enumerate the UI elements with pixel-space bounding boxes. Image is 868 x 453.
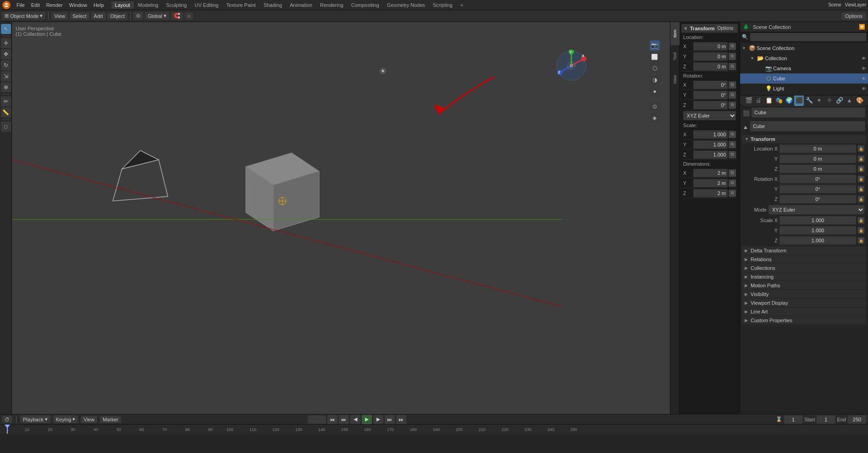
prop-physics-icon-btn[interactable]: ⚛ — [824, 95, 834, 106]
prop-world-icon-btn[interactable]: 🌍 — [784, 95, 794, 106]
dimensions-z-value[interactable]: 2 m — [693, 189, 728, 197]
prop-rot-x-input[interactable] — [780, 175, 856, 183]
tl-view-btn[interactable]: View — [81, 416, 97, 423]
n-panel-tab-tool[interactable]: Tool — [670, 45, 680, 68]
workspace-tab-rendering[interactable]: Rendering — [316, 1, 347, 9]
camera-eye-icon[interactable]: 👁 — [862, 66, 866, 71]
workspace-tab-shading[interactable]: Shading — [260, 1, 286, 9]
cube-eye-icon[interactable]: 👁 — [862, 76, 866, 81]
rotation-z-value[interactable]: 0° — [693, 101, 728, 109]
menu-window[interactable]: Window — [66, 1, 90, 9]
rotation-z-copy-btn[interactable]: ⧉ — [729, 101, 736, 109]
transform-options-btn[interactable]: Options — [715, 25, 736, 31]
location-y-value[interactable]: 0 m — [693, 52, 728, 61]
timeline-track[interactable]: 1 10 20 30 40 50 60 70 80 90 100 110 120… — [0, 425, 868, 453]
workspace-tab-modeling[interactable]: Modeling — [134, 1, 162, 9]
snap-btn[interactable]: 🧲 — [171, 12, 183, 20]
current-frame-input[interactable] — [784, 415, 802, 424]
prop-loc-x-lock-btn[interactable]: 🔒 — [858, 145, 864, 152]
prop-rot-mode-select[interactable]: XYZ Euler — [768, 205, 864, 214]
n-panel-tab-view[interactable]: View — [670, 68, 680, 91]
workspace-tab-animation[interactable]: Animation — [286, 1, 316, 9]
prop-loc-z-lock-btn[interactable]: 🔒 — [858, 166, 864, 172]
rotation-x-value[interactable]: 0° — [693, 81, 728, 89]
prop-constraints-icon-btn[interactable]: 🔗 — [835, 95, 844, 106]
scale-z-copy-btn[interactable]: ⧉ — [729, 151, 736, 158]
scale-y-copy-btn[interactable]: ⧉ — [729, 141, 736, 148]
workspace-tab-scripting[interactable]: Scripting — [429, 1, 456, 9]
custom-properties-header[interactable]: ▶ Custom Properties — [742, 316, 866, 324]
move-tool-btn[interactable]: ✥ — [1, 49, 11, 59]
play-btn[interactable]: ▶ — [362, 415, 372, 424]
viewport-shading-solid-btn[interactable]: ⬜ — [650, 52, 660, 62]
workspace-tab-geometry-nodes[interactable]: Geometry Nodes — [383, 1, 429, 9]
step-back-btn[interactable]: ◀ — [350, 415, 360, 424]
prop-mesh-name-input[interactable]: Cube — [750, 121, 865, 131]
rotation-mode-select[interactable]: XYZ Euler — [683, 111, 736, 120]
viewport-shading-material-btn[interactable]: ◑ — [650, 75, 660, 85]
line-art-header[interactable]: ▶ Line Art — [742, 308, 866, 316]
scale-z-value[interactable]: 1.000 — [693, 151, 728, 159]
outliner-collection[interactable]: ▼ 📂 Collection 👁 — [740, 53, 868, 63]
cursor-tool-btn[interactable]: ✛ — [1, 38, 11, 48]
workspace-tab-compositing[interactable]: Compositing — [348, 1, 383, 9]
gizmo-widget[interactable]: X Y Z — [555, 50, 587, 82]
select-menu-btn[interactable]: Select — [70, 12, 89, 20]
location-x-value[interactable]: 0 m — [693, 42, 728, 50]
prop-scale-z-lock-btn[interactable]: 🔒 — [858, 237, 864, 244]
proportional-edit-btn[interactable]: ○ — [185, 12, 194, 20]
prop-object-icon-btn[interactable]: ⬛ — [794, 95, 804, 106]
view-menu-btn[interactable]: View — [51, 12, 68, 20]
menu-render[interactable]: Render — [44, 1, 66, 9]
light-eye-icon[interactable]: 👁 — [862, 86, 866, 91]
prop-data-icon-btn[interactable]: ▲ — [845, 95, 854, 106]
rotation-y-value[interactable]: 0° — [693, 91, 728, 99]
location-z-value[interactable]: 0 m — [693, 62, 728, 71]
prop-scale-z-input[interactable] — [780, 236, 856, 245]
prop-rot-y-input[interactable] — [780, 185, 856, 193]
current-frame-indicator[interactable] — [308, 415, 326, 424]
location-x-copy-btn[interactable]: ⧉ — [729, 43, 736, 50]
object-menu-btn[interactable]: Object — [107, 12, 127, 20]
prop-particles-icon-btn[interactable]: ✦ — [814, 95, 824, 106]
prop-transform-header[interactable]: ▼ Transform — [742, 135, 866, 143]
prop-rot-z-lock-btn[interactable]: 🔒 — [858, 196, 864, 202]
outliner-light[interactable]: 💡 Light 👁 — [740, 84, 868, 94]
prop-object-name-input[interactable]: Cube — [752, 107, 865, 117]
menu-file[interactable]: File — [14, 1, 28, 9]
outliner-camera[interactable]: 📷 Camera 👁 — [740, 63, 868, 73]
dimensions-x-value[interactable]: 2 m — [693, 169, 728, 177]
prop-scale-x-input[interactable] — [780, 216, 856, 224]
prop-viewlayer-icon-btn[interactable]: 📋 — [764, 95, 774, 106]
rotation-y-copy-btn[interactable]: ⧉ — [729, 91, 736, 99]
prop-loc-y-lock-btn[interactable]: 🔒 — [858, 156, 864, 162]
options-btn[interactable]: Options — [841, 12, 866, 20]
viewport-area[interactable]: User Perspective (1) Collection | Cube ☀… — [12, 22, 670, 414]
jump-back-btn[interactable]: ⏭ — [339, 415, 349, 424]
prop-output-icon-btn[interactable]: 🖨 — [754, 95, 763, 106]
workspace-tab-uv-editing[interactable]: UV Editing — [191, 1, 222, 9]
view-layer-selector[interactable]: ViewLayer — [845, 2, 866, 7]
workspace-tab-sculpting[interactable]: Sculpting — [162, 1, 190, 9]
start-frame-input[interactable] — [817, 415, 835, 424]
viewport-xray-btn[interactable]: ◈ — [650, 113, 660, 123]
outliner-cube[interactable]: ⬡ Cube 👁 — [740, 73, 868, 84]
n-panel-tab-item[interactable]: Item — [670, 22, 680, 45]
measure-tool-btn[interactable]: 📏 — [1, 107, 11, 117]
viewport-camera-btn[interactable]: 📷 — [650, 40, 660, 50]
transform-section-header[interactable]: ▼ Transform Options — [681, 24, 738, 33]
delta-transform-header[interactable]: ▶ Delta Transform — [742, 246, 866, 255]
scene-selector[interactable]: Scene — [828, 2, 841, 7]
collections-header[interactable]: ▶ Collections — [742, 264, 866, 272]
editor-type-btn[interactable]: ⊞ Object Mode ▾ — [2, 12, 45, 20]
prop-render-icon-btn[interactable]: 🎬 — [744, 95, 753, 106]
scale-tool-btn[interactable]: ⇲ — [1, 71, 11, 81]
menu-help[interactable]: Help — [91, 1, 107, 9]
transform-tool-btn[interactable]: ⊕ — [1, 82, 11, 92]
dimensions-y-value[interactable]: 2 m — [693, 179, 728, 187]
prop-loc-y-input[interactable] — [780, 155, 856, 163]
outliner-filter-icon[interactable]: 🔽 — [859, 24, 865, 30]
dimensions-y-copy-btn[interactable]: ⧉ — [729, 179, 736, 187]
prop-loc-x-input[interactable] — [780, 145, 856, 153]
playback-menu-btn[interactable]: Playback ▾ — [20, 415, 50, 423]
